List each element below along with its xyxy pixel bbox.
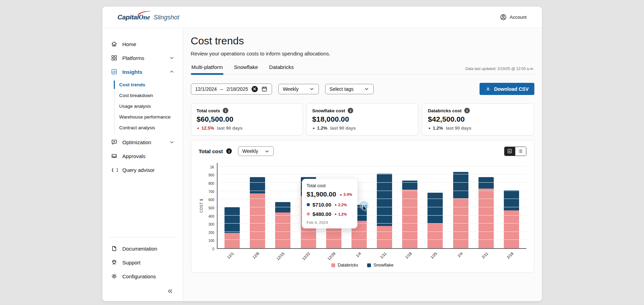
- platforms-grid-icon: [111, 54, 118, 61]
- chart-granularity-value: Weekly: [242, 148, 258, 154]
- brand-logo[interactable]: CapitalOne Slingshot: [118, 14, 179, 21]
- snowflake-segment: [275, 202, 290, 212]
- view-toggle: [504, 147, 526, 156]
- databricks-segment: [275, 212, 290, 248]
- tooltip-databricks-row: $480.00 ▲1.2%: [307, 211, 353, 217]
- stacked-bar: [250, 177, 265, 248]
- sidebar-item-platforms[interactable]: Platforms: [102, 51, 183, 65]
- bar-chart-icon: [507, 148, 512, 154]
- bar-group-12-8[interactable]: [245, 177, 270, 248]
- account-button[interactable]: Account: [500, 14, 527, 21]
- sidebar-item-insights[interactable]: Insights: [102, 65, 183, 79]
- stat-card-label: Total costs: [197, 108, 220, 113]
- sidebar-item-label: Configurations: [122, 273, 156, 279]
- date-range-input[interactable]: 12/1/2024 – 2/18/2025: [191, 84, 272, 95]
- table-view-toggle-button[interactable]: [515, 147, 526, 156]
- x-label-slot: 1/4: [346, 249, 371, 262]
- top-bar: CapitalOne Slingshot Account: [102, 7, 542, 28]
- sidebar-item-label: Optimization: [122, 139, 151, 145]
- info-icon[interactable]: i: [348, 108, 353, 113]
- download-csv-button[interactable]: Download CSV: [480, 83, 534, 95]
- gridline: [218, 191, 526, 191]
- bars-container: [218, 163, 526, 248]
- y-tick-100: 100: [209, 239, 214, 243]
- page-subtitle: Review your operations costs to inform s…: [191, 51, 534, 56]
- stacked-bar: [377, 174, 392, 248]
- granularity-value: Weekly: [283, 86, 299, 92]
- sidebar-collapse-button[interactable]: [167, 288, 174, 295]
- x-label-slot: 1/11: [371, 249, 397, 262]
- approvals-inbox-icon: [111, 152, 118, 159]
- sidebar-item-optimization[interactable]: Optimization: [102, 135, 183, 149]
- sidebar-subitem-contract-analysis[interactable]: Contract analysis: [115, 122, 183, 133]
- sidebar-item-query-advisor[interactable]: { }Query advisor: [102, 163, 183, 177]
- stacked-bar: [275, 202, 290, 248]
- tab-databricks[interactable]: Databricks: [269, 62, 295, 74]
- code-braces-icon: { }: [111, 166, 118, 173]
- y-tick-200: 200: [209, 231, 214, 235]
- y-axis-ticks: 01002003004005006007008009001K: [205, 163, 217, 249]
- gridline: [218, 182, 526, 183]
- bar-group-2-4[interactable]: [448, 172, 473, 248]
- sidebar-item-home[interactable]: Home: [102, 37, 183, 51]
- x-label-slot: 12/22: [295, 249, 320, 262]
- x-label-slot: 1/25: [422, 249, 448, 262]
- databricks-dot: [307, 212, 310, 216]
- brand-product: Slingshot: [153, 14, 179, 21]
- sidebar-item-support[interactable]: Support: [102, 255, 183, 269]
- bar-group-12-15[interactable]: [270, 202, 296, 248]
- date-separator: –: [220, 86, 223, 92]
- info-icon[interactable]: i: [223, 108, 228, 113]
- sidebar-item-configurations[interactable]: Configurations: [102, 269, 183, 283]
- y-axis-label-col: COST $: [199, 163, 205, 249]
- y-tick-800: 800: [209, 182, 214, 185]
- sidebar-item-label: Query advisor: [122, 167, 155, 173]
- x-label-slot: 1/18: [397, 249, 422, 262]
- calendar-icon[interactable]: [261, 86, 268, 92]
- granularity-select[interactable]: Weekly: [278, 84, 319, 94]
- legend-swatch: [331, 263, 335, 267]
- sidebar-item-approvals[interactable]: Approvals: [102, 149, 183, 163]
- legend-item-databricks[interactable]: Databricks: [331, 263, 358, 268]
- x-tick-12-1: 12/1: [226, 251, 235, 260]
- sidebar-subitem-cost-trends[interactable]: Cost trends: [115, 79, 183, 90]
- chart-view-toggle-button[interactable]: [505, 147, 515, 156]
- svg-text:{ }: { }: [111, 168, 118, 172]
- tabs-row: Multi-platformSnowflakeDatabricks Data l…: [191, 62, 534, 75]
- tab-multi-platform[interactable]: Multi-platform: [191, 62, 224, 74]
- list-icon: [518, 148, 523, 154]
- stat-card-databricks-cost: Databricks cost i $42,500.00 ▲ 1.2% last…: [422, 103, 534, 136]
- databricks-segment: [427, 224, 443, 248]
- sidebar-subitem-warehouse-performance[interactable]: Warehouse performance: [115, 112, 183, 122]
- x-label-slot: 12/1: [219, 249, 244, 262]
- chart-legend: Databricks Snowflake: [199, 263, 526, 269]
- x-tick-2-18: 2/18: [506, 251, 515, 260]
- legend-item-snowflake[interactable]: Snowflake: [367, 263, 393, 268]
- info-icon[interactable]: i: [464, 108, 470, 113]
- info-icon[interactable]: i: [226, 148, 232, 154]
- sidebar-item-documentation[interactable]: Documentation: [102, 242, 183, 255]
- sidebar-subitem-cost-breakdown[interactable]: Cost breakdown: [115, 90, 183, 101]
- clear-date-button[interactable]: [252, 86, 258, 92]
- bar-group-2-11[interactable]: [473, 177, 499, 248]
- y-axis-label: COST $: [199, 194, 203, 218]
- tab-snowflake[interactable]: Snowflake: [233, 62, 259, 74]
- x-tick-12-29: 12/29: [327, 251, 336, 261]
- sidebar-subitem-usage-analysis[interactable]: Usage analysis: [115, 101, 183, 112]
- legend-label: Databricks: [338, 263, 358, 268]
- tooltip-snowflake-row: $710.00 ▲2.2%: [307, 202, 353, 208]
- chevron-down-icon: [264, 149, 270, 154]
- tags-select[interactable]: Select tags: [325, 84, 374, 94]
- legend-label: Snowflake: [373, 263, 393, 268]
- sidebar: Home Platforms InsightsCost trendsCost b…: [102, 28, 183, 301]
- gridline: [218, 215, 526, 216]
- trend-up-icon: ▲: [334, 203, 337, 206]
- trend-up-icon: ▲: [339, 193, 342, 196]
- bar-group-1-11[interactable]: [372, 174, 397, 248]
- stat-card-trend: 1.2%: [317, 125, 328, 131]
- chart-granularity-select[interactable]: Weekly: [238, 146, 274, 156]
- bar-group-12-1[interactable]: [220, 207, 245, 248]
- stat-card-trend: 1.2%: [433, 125, 443, 131]
- bar-group-1-25[interactable]: [423, 193, 448, 248]
- stat-card-trend: 12.5%: [201, 125, 214, 131]
